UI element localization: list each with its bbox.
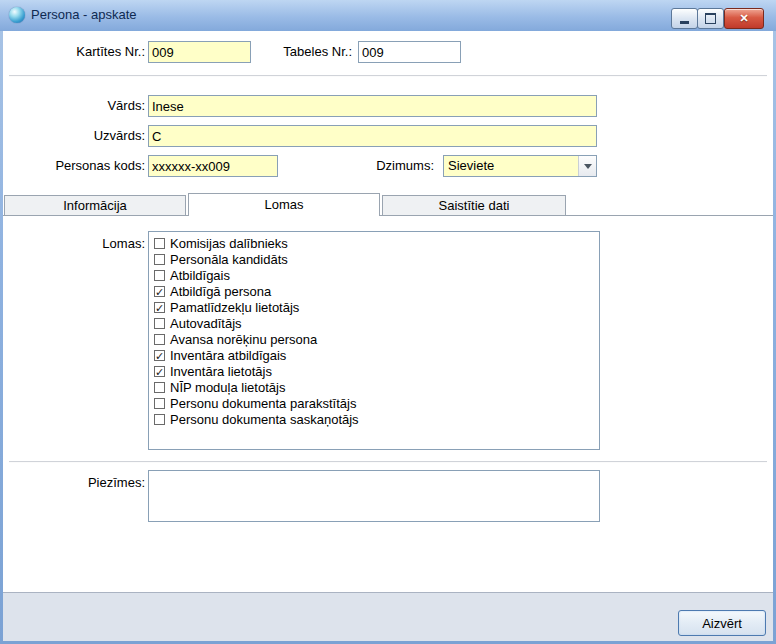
lomas-item: NĪP moduļa lietotājs — [152, 379, 599, 395]
lomas-item: Personu dokumenta saskaņotājs — [152, 411, 599, 427]
checkbox-unchecked-icon[interactable] — [154, 398, 165, 409]
minimize-button[interactable] — [671, 8, 698, 29]
maximize-button[interactable] — [697, 8, 724, 29]
checkbox-unchecked-icon[interactable] — [154, 382, 165, 393]
tabeles-nr-input[interactable] — [358, 41, 461, 63]
checkbox-checked-icon[interactable]: ✓ — [154, 350, 165, 361]
lomas-item: ✓Pamatlīdzekļu lietotājs — [152, 299, 599, 315]
lomas-item: Personu dokumenta parakstītājs — [152, 395, 599, 411]
lomas-item: Komisijas dalībnieks — [152, 235, 599, 251]
app-icon — [9, 7, 25, 23]
tab-saistitie-dati[interactable]: Saistītie dati — [382, 195, 566, 216]
lomas-item-label: Personu dokumenta saskaņotājs — [170, 412, 359, 427]
vards-input[interactable] — [148, 95, 597, 117]
vards-label: Vārds: — [3, 95, 145, 117]
separator — [9, 461, 767, 463]
lomas-item: Autovadītājs — [152, 315, 599, 331]
lomas-label: Lomas: — [3, 233, 145, 255]
persona-window: Persona - apskate ✕ Kartītes Nr.: Tabele… — [0, 0, 776, 644]
tabstrip: Informācija Lomas Saistītie dati — [3, 193, 773, 216]
lomas-item-label: Personu dokumenta parakstītājs — [170, 396, 356, 411]
titlebar[interactable]: Persona - apskate ✕ — [0, 0, 776, 31]
checkbox-unchecked-icon[interactable] — [154, 270, 165, 281]
checkbox-unchecked-icon[interactable] — [154, 414, 165, 425]
tab-lomas[interactable]: Lomas — [188, 193, 380, 216]
lomas-item: ✓Inventāra lietotājs — [152, 363, 599, 379]
checkbox-unchecked-icon[interactable] — [154, 318, 165, 329]
lomas-item-label: Inventāra atbildīgais — [170, 348, 286, 363]
dzimums-select[interactable]: Sieviete — [443, 155, 597, 177]
close-button[interactable]: ✕ — [724, 8, 764, 29]
checkbox-unchecked-icon[interactable] — [154, 254, 165, 265]
window-title: Persona - apskate — [31, 0, 137, 31]
personas-kods-label: Personas kods: — [3, 155, 145, 177]
lomas-item-label: Avansa norēķinu persona — [170, 332, 317, 347]
lomas-item-label: Komisijas dalībnieks — [170, 236, 288, 251]
lomas-item: Personāla kandidāts — [152, 251, 599, 267]
checkbox-checked-icon[interactable]: ✓ — [154, 302, 165, 313]
lomas-item-label: Inventāra lietotājs — [170, 364, 272, 379]
piezimes-textarea[interactable] — [148, 470, 600, 522]
lomas-item-label: Personāla kandidāts — [170, 252, 288, 267]
dzimums-dropdown-button[interactable] — [578, 156, 596, 176]
uzvards-label: Uzvārds: — [3, 125, 145, 147]
checkbox-checked-icon[interactable]: ✓ — [154, 366, 165, 377]
lomas-item: ✓Inventāra atbildīgais — [152, 347, 599, 363]
lomas-item: ✓Atbildīgā persona — [152, 283, 599, 299]
close-icon: ✕ — [739, 12, 748, 25]
minimize-icon — [680, 21, 689, 24]
lomas-item: Avansa norēķinu persona — [152, 331, 599, 347]
personas-kods-input[interactable] — [148, 155, 278, 177]
lomas-item-label: Atbildīgā persona — [170, 284, 271, 299]
lomas-item-label: Autovadītājs — [170, 316, 242, 331]
checkbox-unchecked-icon[interactable] — [154, 334, 165, 345]
lomas-item-label: Pamatlīdzekļu lietotājs — [170, 300, 299, 315]
lomas-item-label: NĪP moduļa lietotājs — [170, 380, 285, 395]
lomas-item-label: Atbildīgais — [170, 268, 230, 283]
chevron-down-icon — [584, 164, 592, 169]
separator — [9, 75, 767, 77]
dzimums-label: Dzimums: — [333, 155, 434, 177]
tabeles-nr-label: Tabeles Nr.: — [253, 41, 352, 63]
kartites-nr-input[interactable] — [148, 41, 251, 63]
aizvert-button[interactable]: Aizvērt — [678, 610, 766, 636]
lomas-item: Atbildīgais — [152, 267, 599, 283]
uzvards-input[interactable] — [148, 125, 597, 147]
tab-informacija[interactable]: Informācija — [4, 195, 186, 216]
kartites-nr-label: Kartītes Nr.: — [3, 41, 145, 63]
piezimes-label: Piezīmes: — [3, 472, 145, 494]
checkbox-checked-icon[interactable]: ✓ — [154, 286, 165, 297]
footer-bar: Aizvērt — [3, 592, 773, 641]
lomas-list[interactable]: Komisijas dalībnieksPersonāla kandidātsA… — [148, 231, 600, 450]
maximize-icon — [705, 13, 716, 24]
dzimums-selected-value: Sieviete — [444, 156, 578, 176]
checkbox-unchecked-icon[interactable] — [154, 238, 165, 249]
dialog-content: Kartītes Nr.: Tabeles Nr.: Vārds: Uzvārd… — [3, 31, 773, 641]
